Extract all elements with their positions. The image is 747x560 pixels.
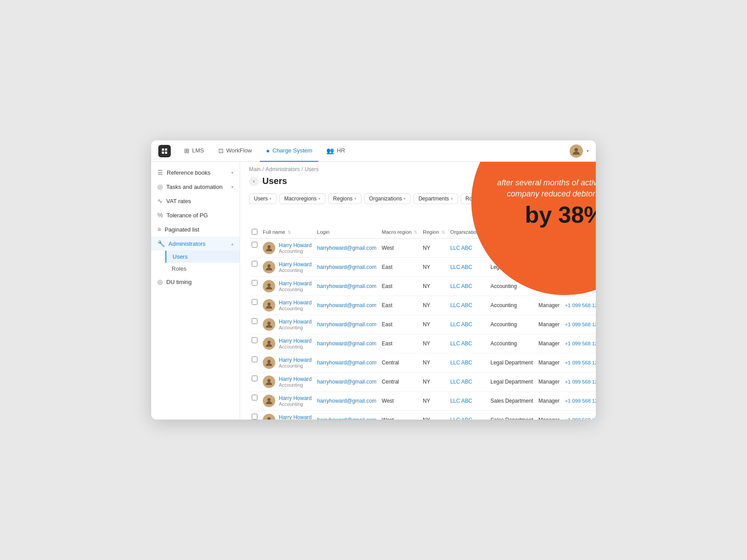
user-phone-4[interactable]: +1 099 568 123 bbox=[565, 322, 596, 327]
user-dept-6: Accounting bbox=[279, 363, 312, 368]
user-role-0: Manager bbox=[536, 239, 562, 258]
user-phone-5[interactable]: +1 099 568 123 bbox=[565, 341, 596, 346]
sort-fullname-icon[interactable]: ⇅ bbox=[288, 230, 291, 235]
user-org-5[interactable]: LLC ABC bbox=[450, 340, 472, 347]
sidebar-item-paginated-list[interactable]: ≡ Paginated list bbox=[151, 222, 240, 236]
user-email-5[interactable]: harryhoward@gmail.com bbox=[317, 340, 377, 347]
sidebar-item-tasks-automation[interactable]: ◎ Tasks and automation ▾ bbox=[151, 180, 240, 194]
sidebar-item-users[interactable]: Users bbox=[165, 251, 240, 263]
user-email-4[interactable]: harryhoward@gmail.com bbox=[317, 321, 377, 328]
user-phone-7[interactable]: +1 099 568 123 bbox=[565, 379, 596, 384]
row-checkbox-5[interactable] bbox=[252, 337, 257, 343]
sidebar-item-roles[interactable]: Roles bbox=[165, 263, 240, 275]
user-org-3[interactable]: LLC ABC bbox=[450, 302, 472, 308]
user-org-9[interactable]: LLC ABC bbox=[450, 417, 472, 420]
svg-point-4 bbox=[574, 148, 578, 152]
user-name-1[interactable]: Harry Howard bbox=[279, 261, 312, 268]
user-phone-3[interactable]: +1 099 568 123 bbox=[565, 303, 596, 308]
search-icon: 🔍 bbox=[577, 213, 584, 220]
breadcrumb-administrators[interactable]: Administrators bbox=[265, 166, 300, 172]
filter-users[interactable]: Users ▾ bbox=[249, 193, 277, 204]
assign-role-button[interactable]: Assign a role bbox=[528, 211, 571, 222]
sidebar-item-du-timing[interactable]: ◎ DU timing bbox=[151, 275, 240, 289]
row-checkbox-1[interactable] bbox=[252, 261, 257, 267]
user-phone-8[interactable]: +1 099 568 123 bbox=[565, 398, 596, 404]
row-checkbox-2[interactable] bbox=[252, 280, 257, 286]
user-email-8[interactable]: harryhoward@gmail.com bbox=[317, 398, 377, 404]
user-email-0[interactable]: harryhoward@gmail.com bbox=[317, 245, 377, 251]
sidebar-item-vat-rates[interactable]: ∿ VAT rates bbox=[151, 194, 240, 208]
col-fullname: Full name ⇅ bbox=[260, 225, 314, 239]
row-checkbox-3[interactable] bbox=[252, 299, 257, 305]
row-checkbox-6[interactable] bbox=[252, 356, 257, 362]
sidebar-item-tolerance-pg[interactable]: % Tolerance of PG bbox=[151, 208, 240, 222]
user-dept-0: Accounting bbox=[279, 248, 312, 254]
user-macro-3: East bbox=[379, 296, 420, 315]
avatar-chevron[interactable]: ▾ bbox=[586, 148, 589, 153]
nav-tab-lms[interactable]: ⊞ LMS bbox=[178, 140, 210, 162]
sort-macro-icon[interactable]: ⇅ bbox=[414, 230, 418, 235]
user-name-6[interactable]: Harry Howard bbox=[279, 357, 312, 363]
breadcrumb-main[interactable]: Main bbox=[249, 166, 261, 172]
user-email-3[interactable]: harryhoward@gmail.com bbox=[317, 302, 377, 308]
col-organization: Organization ⇅ bbox=[448, 225, 488, 239]
user-phone-9[interactable]: +1 099 568 123 bbox=[565, 417, 596, 420]
nav-tab-chargesystem[interactable]: ● Charge System bbox=[260, 140, 318, 162]
row-checkbox-4[interactable] bbox=[252, 318, 257, 324]
user-name-2[interactable]: Harry Howard bbox=[279, 280, 312, 287]
du-icon: ◎ bbox=[157, 278, 163, 285]
svg-point-7 bbox=[267, 284, 270, 287]
user-email-2[interactable]: harryhoward@gmail.com bbox=[317, 283, 377, 289]
svg-point-9 bbox=[267, 322, 270, 325]
user-avatar[interactable] bbox=[570, 144, 583, 158]
user-org-4[interactable]: LLC ABC bbox=[450, 321, 472, 328]
filter-roles[interactable]: Roles ▾ bbox=[461, 193, 488, 204]
row-checkbox-7[interactable] bbox=[252, 376, 257, 381]
user-email-9[interactable]: harryhoward@gmail.com bbox=[317, 417, 377, 420]
user-org-0[interactable]: LLC ABC bbox=[450, 245, 472, 251]
filter-macroregions[interactable]: Macroregions ▾ bbox=[279, 193, 325, 204]
user-org-2[interactable]: LLC ABC bbox=[450, 283, 472, 289]
user-name-4[interactable]: Harry Howard bbox=[279, 319, 312, 325]
user-email-1[interactable]: harryhoward@gmail.com bbox=[317, 264, 377, 270]
user-phone-6[interactable]: +1 099 568 123 bbox=[565, 360, 596, 365]
user-email-7[interactable]: harryhoward@gmail.com bbox=[317, 379, 377, 385]
user-name-0[interactable]: Harry Howard bbox=[279, 242, 312, 248]
select-all-checkbox[interactable] bbox=[252, 229, 257, 235]
row-checkbox-9[interactable] bbox=[252, 414, 257, 420]
sort-region-icon[interactable]: ⇅ bbox=[442, 230, 445, 235]
filter-regions[interactable]: Regions ▾ bbox=[328, 193, 361, 204]
user-cell-0: Harry Howard Accounting bbox=[263, 242, 312, 254]
user-macro-5: East bbox=[379, 334, 420, 353]
filter-organizations[interactable]: Organizations ▾ bbox=[364, 193, 411, 204]
back-button[interactable]: ‹ bbox=[249, 176, 259, 186]
user-org-1[interactable]: LLC ABC bbox=[450, 264, 472, 270]
user-name-5[interactable]: Harry Howard bbox=[279, 338, 312, 344]
user-name-8[interactable]: Harry Howard bbox=[279, 395, 312, 401]
user-name-9[interactable]: Harry Howard bbox=[279, 414, 312, 420]
user-cell-5: Harry Howard Accounting bbox=[263, 337, 312, 350]
nav-tab-workflow[interactable]: ⊡ WorkFlow bbox=[212, 140, 258, 162]
user-name-3[interactable]: Harry Howard bbox=[279, 300, 312, 306]
user-region-1: NY bbox=[420, 258, 448, 277]
paginated-icon: ≡ bbox=[157, 226, 161, 233]
sidebar-item-administrators[interactable]: 🔧 Administrators ▴ bbox=[151, 236, 240, 251]
app-logo bbox=[158, 145, 171, 157]
filter-departments[interactable]: Departments ▾ bbox=[414, 193, 458, 204]
sort-org-icon[interactable]: ⇅ bbox=[482, 230, 485, 235]
row-checkbox-8[interactable] bbox=[252, 395, 257, 400]
user-email-6[interactable]: harryhoward@gmail.com bbox=[317, 360, 377, 366]
user-org-7[interactable]: LLC ABC bbox=[450, 379, 472, 385]
search-button[interactable]: 🔍 bbox=[574, 210, 587, 223]
user-phone-1[interactable]: +1 099 568 123 bbox=[565, 264, 596, 270]
sidebar-item-reference-books[interactable]: ☰ Reference books ▾ bbox=[151, 165, 240, 180]
user-org-8[interactable]: LLC ABC bbox=[450, 398, 472, 404]
row-checkbox-0[interactable] bbox=[252, 242, 257, 248]
user-cell-9: Harry Howard Accounting bbox=[263, 414, 312, 420]
nav-tab-hr[interactable]: 👥 HR bbox=[320, 140, 351, 162]
user-org-6[interactable]: LLC ABC bbox=[450, 360, 472, 366]
user-name-7[interactable]: Harry Howard bbox=[279, 376, 312, 382]
user-phone-2[interactable]: +1 099 568 123 bbox=[565, 284, 596, 289]
user-department-3: Accounting bbox=[488, 296, 536, 315]
user-department-5: Accounting bbox=[488, 334, 536, 353]
